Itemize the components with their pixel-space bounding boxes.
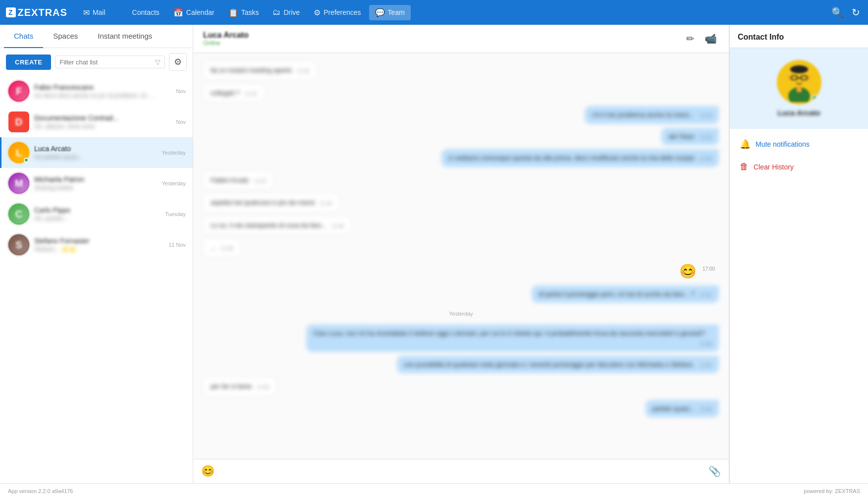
nav-item-team[interactable]: 💬 Team — [369, 5, 411, 20]
chat-preview: Ho devo devo anche un po' di problemi, m… — [34, 92, 157, 99]
tab-spaces[interactable]: Spaces — [43, 25, 88, 48]
list-item[interactable]: S Stefano Fornasier Stefano... ⭐⭐ 11 Nov — [0, 229, 193, 260]
chat-time: Tuesday — [165, 211, 186, 217]
message-bubble: aspetta hai qualcosa in più da mansi 11:… — [203, 193, 339, 212]
emoji-button[interactable]: 😊 — [201, 465, 215, 478]
mute-label: Mute notifications — [756, 140, 810, 148]
drive-icon: 🗂 — [272, 8, 280, 17]
logo-box: Z — [6, 7, 16, 17]
mail-icon: ✉ — [83, 8, 90, 17]
messages-area[interactable]: fai un instant meeting aperto 11:30 coll… — [193, 53, 729, 459]
chat-meta: Yesterday — [162, 150, 186, 156]
avatar: D — [8, 111, 29, 132]
nav-label-mail: Mail — [93, 8, 106, 16]
create-button[interactable]: CREATE — [6, 55, 51, 70]
nav-item-drive[interactable]: 🗂 Drive — [267, 5, 306, 20]
list-item[interactable]: C Carlo Pippo Ok, parlato... Tuesday — [0, 199, 193, 229]
chat-name: Documentazione Contrad... — [34, 114, 157, 122]
msg-time: 11:46 — [221, 245, 233, 252]
msg-time: 11:44 — [320, 200, 332, 207]
avatar: C — [8, 204, 29, 224]
list-item[interactable]: M Michaela Patron Sharing ended Yesterda… — [0, 168, 193, 199]
mute-notifications-button[interactable]: 🔔 Mute notifications — [730, 133, 868, 156]
chat-name: Michaela Patron — [34, 175, 157, 183]
msg-time: 17:01 — [700, 362, 712, 369]
tab-chats[interactable]: Chats — [4, 25, 43, 48]
filter-input[interactable] — [59, 58, 155, 66]
chat-meta: 11 Nov — [162, 242, 186, 248]
msg-time: 11:42 — [254, 177, 266, 185]
edit-button[interactable]: ✏ — [684, 31, 697, 47]
clear-history-icon: 🗑 — [740, 162, 749, 172]
chat-info: Luca Arcato Ho parlato quasi... — [34, 145, 157, 161]
bottom-bar: App version 2.2.0 a9a4176 powered by: ZE… — [0, 483, 868, 498]
msg-time: 17:06 — [700, 406, 712, 413]
chat-preview: Ok, adesso, dove sono — [34, 123, 157, 130]
msg-time: 17:00 — [700, 340, 712, 348]
tab-instant-meetings[interactable]: Instant meetings — [88, 25, 162, 48]
contact-avatar — [777, 60, 821, 105]
msg-time: 17:04 — [257, 384, 269, 391]
message-bubble: Ciao Luca, non mi ha ricontattato il dot… — [306, 325, 719, 352]
team-icon: 💬 — [375, 8, 385, 17]
nav-label-team: Team — [388, 8, 405, 16]
msg-time: 11:35 — [700, 134, 712, 141]
chat-info: Carlo Pippo Ok, parlato... — [34, 206, 157, 222]
calendar-icon: 📅 — [173, 8, 183, 17]
top-navigation: Z ZEXTRAS ✉ Mail 👤 Contacts 📅 Calendar 📋… — [0, 0, 868, 25]
nav-item-tasks[interactable]: 📋 Tasks — [222, 5, 265, 20]
contact-display-name: Luca Arcato — [777, 109, 820, 117]
chat-time: Yesterday — [162, 150, 186, 156]
refresh-icon[interactable]: ↻ — [850, 4, 862, 20]
svg-point-8 — [798, 80, 800, 81]
attach-icon[interactable]: 📎 — [708, 465, 721, 477]
clear-history-button[interactable]: 🗑 Clear History — [730, 156, 868, 178]
nav-item-contacts[interactable]: 👤 Contacts — [113, 5, 165, 20]
msg-time: 11:30 — [297, 67, 309, 75]
chat-preview: Stefano... ⭐⭐ — [34, 246, 157, 253]
avatar: S — [8, 234, 29, 255]
chat-info: Michaela Patron Sharing ended — [34, 175, 157, 191]
nav-item-preferences[interactable]: ⚙ Preferences — [308, 5, 367, 20]
contact-info-title: Contact Info — [730, 25, 868, 48]
message-bubble: Lo so, ti sto stampando di cosa da fare.… — [203, 216, 351, 235]
chat-name: Carlo Pippo — [34, 206, 157, 214]
chat-preview: Ok, parlato... — [34, 215, 157, 222]
settings-icon: ⚙ — [174, 56, 182, 67]
chat-preview: Sharing ended — [34, 184, 157, 191]
message-input[interactable] — [219, 464, 704, 478]
main-layout: Chats Spaces Instant meetings CREATE ▽ ⚙… — [0, 25, 868, 483]
chat-header-info: Luca Arcato Online — [203, 31, 249, 47]
nav-label-contacts: Contacts — [132, 8, 160, 16]
list-item[interactable]: F Fabio Francescano Ho devo devo anche u… — [0, 76, 193, 107]
message-input-area: 😊 📎 — [193, 459, 729, 483]
nav-label-calendar: Calendar — [186, 8, 215, 16]
sidebar-tabs: Chats Spaces Instant meetings — [0, 25, 193, 48]
chat-list: F Fabio Francescano Ho devo devo anche u… — [0, 76, 193, 483]
filter-input-wrap[interactable]: ▽ — [55, 55, 165, 68]
message-bubble: 😊 17:00 — [675, 261, 719, 281]
chat-time: Nov — [176, 119, 186, 125]
nav-item-mail[interactable]: ✉ Mail — [77, 5, 111, 20]
settings-button[interactable]: ⚙ — [169, 53, 187, 71]
list-item[interactable]: D Documentazione Contrad... Ok, adesso, … — [0, 107, 193, 137]
video-call-button[interactable]: 📹 — [703, 31, 719, 47]
search-icon[interactable]: 🔍 — [829, 4, 846, 20]
contact-info-panel: Contact Info — [729, 25, 868, 483]
svg-rect-10 — [797, 86, 802, 92]
svg-point-7 — [808, 76, 811, 80]
message-bubble: con possibilità di qualsiasi meta giorna… — [397, 356, 719, 374]
list-item[interactable]: L Luca Arcato Ho parlato quasi... Yester… — [0, 137, 193, 168]
chat-header: Luca Arcato Online ✏ 📹 — [193, 25, 729, 53]
chat-meta: Nov — [162, 119, 186, 125]
chat-time: 11 Nov — [168, 242, 186, 248]
app-version: App version 2.2.0 a9a4176 — [8, 488, 73, 494]
chat-time: Yesterday — [162, 180, 186, 186]
chat-info: Documentazione Contrad... Ok, adesso, do… — [34, 114, 157, 130]
nav-right-actions: 🔍 ↻ — [829, 4, 862, 20]
mute-icon: 🔔 — [740, 139, 751, 150]
msg-separator: Yesterday — [203, 311, 719, 317]
tasks-icon: 📋 — [228, 8, 238, 17]
message-bubble: ci vediamo comunque questa da alla prima… — [441, 149, 719, 167]
nav-item-calendar[interactable]: 📅 Calendar — [167, 5, 220, 20]
